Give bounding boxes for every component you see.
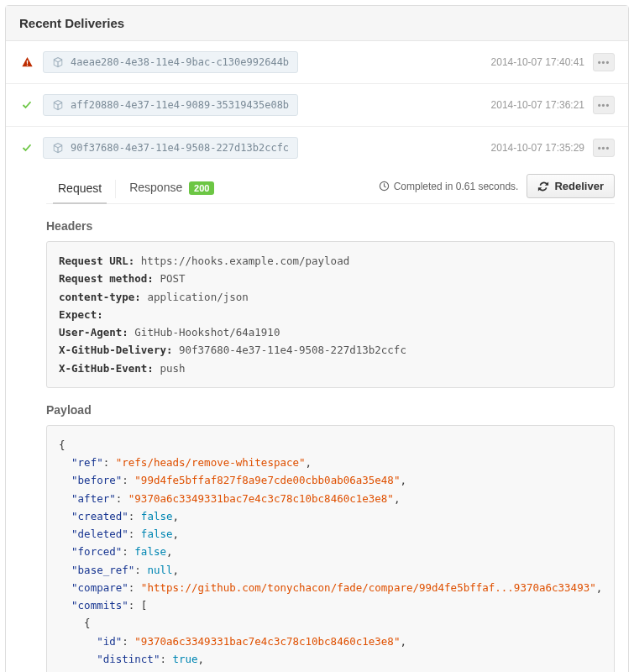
redeliver-button[interactable]: Redeliver bbox=[527, 174, 615, 198]
response-status-badge: 200 bbox=[189, 181, 214, 195]
check-icon bbox=[19, 143, 34, 153]
completed-time: Completed in 0.61 seconds. bbox=[379, 181, 519, 192]
delivery-timestamp: 2014-10-07 17:40:41 bbox=[491, 56, 584, 68]
guid-text: 4aeae280-4e38-11e4-9bac-c130e992644b bbox=[71, 56, 289, 68]
package-icon bbox=[52, 142, 64, 154]
sync-icon bbox=[537, 181, 549, 192]
tab-separator bbox=[115, 180, 116, 198]
tabs: Request Response 200 Completed in 0.61 s… bbox=[46, 169, 615, 204]
headers-title: Headers bbox=[46, 219, 615, 233]
delivery-timestamp: 2014-10-07 17:36:21 bbox=[491, 99, 584, 111]
redeliver-label: Redeliver bbox=[554, 180, 604, 192]
guid-text: aff20880-4e37-11e4-9089-35319435e08b bbox=[71, 99, 289, 111]
payload-title: Payload bbox=[46, 403, 615, 417]
recent-deliveries-panel: Recent Deliveries 4aeae280-4e38-11e4-9ba… bbox=[5, 5, 629, 672]
delivery-row: 90f37680-4e37-11e4-9508-227d13b2ccfc 201… bbox=[6, 127, 628, 169]
tab-response-label: Response bbox=[129, 181, 182, 194]
package-icon bbox=[52, 56, 64, 68]
completed-text: Completed in 0.61 seconds. bbox=[394, 181, 519, 192]
delivery-guid[interactable]: 4aeae280-4e38-11e4-9bac-c130e992644b bbox=[43, 51, 298, 73]
tab-response[interactable]: Response 200 bbox=[118, 174, 226, 203]
delivery-actions-button[interactable]: ••• bbox=[593, 96, 615, 114]
delivery-guid[interactable]: aff20880-4e37-11e4-9089-35319435e08b bbox=[43, 94, 298, 116]
delivery-actions-button[interactable]: ••• bbox=[593, 53, 615, 71]
delivery-timestamp: 2014-10-07 17:35:29 bbox=[491, 142, 584, 154]
delivery-row: 4aeae280-4e38-11e4-9bac-c130e992644b 201… bbox=[6, 41, 628, 84]
delivery-guid[interactable]: 90f37680-4e37-11e4-9508-227d13b2ccfc bbox=[43, 137, 298, 159]
payload-box: { "ref": "refs/heads/remove-whitespace",… bbox=[46, 425, 615, 672]
alert-icon bbox=[19, 56, 34, 68]
delivery-actions-button[interactable]: ••• bbox=[593, 139, 615, 157]
panel-title: Recent Deliveries bbox=[6, 6, 628, 41]
package-icon bbox=[52, 99, 64, 111]
guid-text: 90f37680-4e37-11e4-9508-227d13b2ccfc bbox=[71, 142, 289, 154]
headers-box: Request URL: https://hooks.example.com/p… bbox=[46, 241, 615, 388]
delivery-row: aff20880-4e37-11e4-9089-35319435e08b 201… bbox=[6, 84, 628, 127]
delivery-detail: Request Response 200 Completed in 0.61 s… bbox=[6, 169, 628, 672]
clock-icon bbox=[379, 181, 390, 192]
check-icon bbox=[19, 100, 34, 110]
tab-request[interactable]: Request bbox=[46, 175, 113, 203]
